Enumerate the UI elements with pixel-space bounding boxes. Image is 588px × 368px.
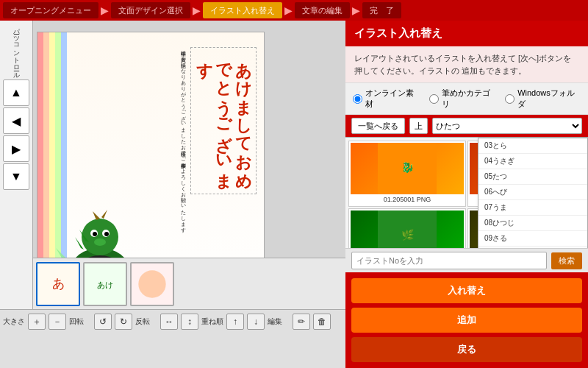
dropdown-item-2[interactable]: 05たつ (478, 169, 587, 185)
nav-arrow-1: ▶ (101, 4, 109, 16)
nav-illustration-replace[interactable]: イラスト入れ替え (203, 2, 282, 18)
nav-text-edit[interactable]: 文章の編集 (295, 2, 350, 18)
delete-btn[interactable]: 🗑 (313, 314, 331, 330)
dropdown-item-7[interactable]: 10とり (478, 247, 587, 248)
list-back-btn[interactable]: 一覧へ戻る (351, 118, 405, 134)
move-up-btn[interactable]: ▲ (3, 79, 29, 106)
image-section: 🐉 01.205001 PNG 🦷 01.205002 (345, 138, 588, 248)
thumbnail-strip: あ あけ (33, 258, 345, 309)
size-up-btn[interactable]: ＋ (28, 314, 46, 330)
svg-marker-6 (93, 211, 100, 220)
category-dropdown: 03とら 04うさぎ 05たつ 06へび 07うま 08ひつじ 09さる 10と… (478, 138, 588, 248)
dropdown-item-5[interactable]: 08ひつじ (478, 216, 587, 231)
thumbnail-1[interactable]: あ (36, 262, 80, 306)
search-button[interactable]: 検索 (551, 252, 582, 269)
category-select[interactable]: ひたつ (432, 118, 582, 134)
svg-point-8 (94, 238, 106, 246)
thumbnail-2[interactable]: あけ (83, 262, 127, 306)
size-label: 大きさ (3, 316, 25, 327)
image-placeholder-3: 🌿 (351, 210, 464, 248)
nav-arrow-3: ▶ (284, 4, 293, 16)
parts-panel: パーツコントロール ▲ ◀ ▶ ▼ (0, 21, 33, 309)
svg-text:🐉: 🐉 (401, 161, 415, 174)
size-down-btn[interactable]: － (49, 314, 66, 330)
move-left-btn[interactable]: ◀ (3, 107, 29, 134)
radio-category[interactable]: 筆めかカテゴリ (429, 88, 497, 110)
card-text-area: あけましておめでとうございます (190, 47, 257, 194)
move-right-btn[interactable]: ▶ (3, 135, 29, 162)
move-down-btn[interactable]: ▼ (3, 163, 29, 190)
svg-text:あけ: あけ (97, 280, 113, 289)
svg-text:🌿: 🌿 (401, 229, 415, 241)
flip-label: 反転 (135, 316, 157, 327)
right-panel: イラスト入れ替え レイアウトされているイラストを入れ替えて [次へ]ボタンを押し… (345, 21, 588, 368)
nav-arrow-4: ▶ (352, 4, 360, 16)
dropdown-item-0[interactable]: 03とら (478, 138, 587, 154)
image-cell-1[interactable]: 🐉 01.205001 PNG (348, 141, 466, 207)
radio-online[interactable]: オンライン素材 (353, 88, 420, 110)
nav-design-select[interactable]: 文面デザイン選択 (111, 2, 190, 18)
action-buttons: 入れ替え 追加 戻る (345, 272, 588, 368)
filter-row: 一覧へ戻る 上 ひたつ (345, 115, 588, 138)
radio-windows-label: Windowsフォルダ (517, 88, 581, 110)
edit-btn[interactable]: ✏ (293, 314, 310, 330)
dropdown-item-1[interactable]: 04うさぎ (478, 154, 587, 169)
insert-btn[interactable]: 入れ替え (351, 278, 582, 303)
radio-windows-input[interactable] (505, 94, 514, 104)
parts-label: パーツコントロール (12, 24, 21, 75)
bottom-toolbar: 大きさ ＋ － 回転 ↺ ↻ 反転 ↔ ↕ 重ね順 ↑ ↓ 編集 ✏ 🗑 (0, 309, 345, 368)
right-panel-description: レイアウトされているイラストを入れ替えて [次へ]ボタンを押してください。イラス… (345, 46, 588, 83)
sort-up-btn[interactable]: 上 (409, 118, 428, 134)
svg-marker-7 (101, 210, 107, 219)
dropdown-item-4[interactable]: 07うま (478, 200, 587, 216)
flip-h-btn[interactable]: ↔ (160, 314, 178, 330)
top-navigation: オープニングメニュー ▶ 文面デザイン選択 ▶ イラスト入れ替え ▶ 文章の編集… (0, 0, 588, 21)
svg-point-1 (82, 219, 118, 255)
nav-arrow-2: ▶ (193, 4, 201, 16)
nav-opening-menu[interactable]: オープニングメニュー (3, 2, 98, 18)
rotate-right-btn[interactable]: ↻ (115, 314, 132, 330)
radio-windows[interactable]: Windowsフォルダ (505, 88, 581, 110)
add-btn[interactable]: 追加 (351, 308, 582, 333)
rotate-left-btn[interactable]: ↺ (94, 314, 112, 330)
input-row: 検索 (345, 248, 588, 272)
flip-v-btn[interactable]: ↕ (181, 314, 198, 330)
nav-complete[interactable]: 完 了 (362, 2, 401, 18)
radio-category-input[interactable] (429, 94, 439, 104)
radio-row: オンライン素材 筆めかカテゴリ Windowsフォルダ (345, 83, 588, 115)
svg-text:あ: あ (52, 276, 65, 290)
toolbar-row-1: 大きさ ＋ － 回転 ↺ ↻ 反転 ↔ ↕ 重ね順 ↑ ↓ 編集 ✏ 🗑 (3, 313, 343, 330)
radio-online-label: オンライン素材 (365, 88, 420, 110)
rotate-label: 回転 (69, 316, 91, 327)
thumbnail-3[interactable] (130, 262, 174, 306)
svg-point-5 (104, 232, 109, 236)
right-panel-title: イラスト入れ替え (345, 21, 588, 46)
main-content: パーツコントロール ▲ ◀ ▶ ▼ あけましておめでとうございます (0, 21, 588, 368)
image-placeholder-1: 🐉 (351, 143, 464, 194)
radio-online-input[interactable] (353, 94, 362, 104)
layer-down-btn[interactable]: ↓ (247, 314, 265, 330)
layer-up-btn[interactable]: ↑ (226, 314, 244, 330)
back-btn[interactable]: 戻る (351, 337, 582, 362)
illustration-no-input[interactable] (351, 252, 547, 269)
left-panel: パーツコントロール ▲ ◀ ▶ ▼ あけましておめでとうございます (0, 21, 345, 368)
card-main-text: あけましておめでとうございます (194, 52, 252, 190)
dropdown-item-3[interactable]: 06へび (478, 185, 587, 200)
svg-point-4 (93, 232, 97, 236)
edit-label: 編集 (268, 316, 290, 327)
image-label-1: 01.205001 PNG (384, 196, 431, 203)
image-cell-3[interactable]: 🌿 (348, 208, 466, 248)
svg-point-25 (138, 270, 165, 297)
layer-label: 重ね順 (201, 316, 223, 327)
radio-category-label: 筆めかカテゴリ (442, 88, 497, 110)
dropdown-item-6[interactable]: 09さる (478, 231, 587, 247)
